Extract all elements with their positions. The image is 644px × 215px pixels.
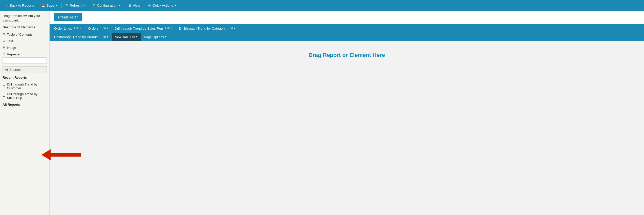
tab-drillthrough-sales-rep-label: Drillthrough Trend by Sales Rep [115, 27, 163, 30]
tab-drillthrough-category-edit-label: Edit [228, 27, 233, 30]
all-sources-label: All Sources [5, 68, 22, 72]
recent-1-icon [3, 84, 5, 89]
tab-drillthrough-product-edit-label: Edit [101, 35, 106, 39]
tab-bar-row2: Drillthrough Trend by Product Edit ▼ New… [52, 33, 642, 41]
content-area: Create Filter Order Lines Edit ▼ Orders … [50, 11, 644, 215]
sidebar-item-repeater[interactable]: Repeater [3, 51, 47, 57]
image-label: Image [7, 46, 16, 50]
page-options-button[interactable]: Page Options ▼ [141, 33, 169, 41]
repeater-icon [3, 52, 5, 56]
toolbar: Back to Reports Save ▼ Refresh ▼ Configu… [0, 0, 644, 11]
tab-drillthrough-sales-rep-edit-button[interactable]: Edit ▼ [164, 26, 174, 31]
tab-drillthrough-category-label: Drillthrough Trend by Category [179, 27, 226, 30]
quick-actions-caret-icon: ▼ [174, 4, 177, 7]
tab-drillthrough-sales-rep[interactable]: Drillthrough Trend by Sales Rep Edit ▼ [112, 24, 177, 33]
dashboard-elements-title: Dashboard Elements [3, 25, 47, 29]
save-label: Save [47, 4, 54, 7]
sidebar-item-text[interactable]: Text [3, 38, 47, 44]
tab-orders-label: Orders [88, 27, 98, 30]
tab-bar: Order Lines Edit ▼ Orders Edit ▼ Drillth… [50, 24, 644, 41]
page-options-label: Page Options [144, 35, 164, 39]
tab-drillthrough-product[interactable]: Drillthrough Trend by Product Edit ▼ [52, 33, 112, 41]
tab-order-lines-edit-caret: ▼ [80, 27, 82, 30]
tab-drillthrough-category[interactable]: Drillthrough Trend by Category Edit ▼ [177, 24, 239, 33]
refresh-caret-icon: ▼ [83, 4, 85, 7]
recent-2-icon [3, 94, 5, 98]
save-icon [41, 4, 45, 7]
quick-actions-label: Quick Actions [153, 4, 173, 7]
sidebar-item-image[interactable]: Image [3, 44, 47, 51]
drop-zone-text: Drag Report or Element Here [309, 52, 385, 58]
divider-4 [125, 3, 125, 8]
recent-reports-title: Recent Reports [3, 76, 47, 79]
configuration-label: Configuration [97, 4, 117, 7]
save-caret-icon: ▼ [55, 4, 58, 7]
tab-orders-edit-label: Edit [100, 27, 106, 30]
back-to-reports-button[interactable]: Back to Reports [2, 0, 37, 11]
tab-new-tab-edit-caret: ▼ [136, 36, 138, 38]
tab-drillthrough-category-edit-button[interactable]: Edit ▼ [227, 26, 237, 31]
recent-2-label: Drillthrough Trend by Sales Rep [7, 92, 46, 100]
tab-order-lines[interactable]: Order Lines Edit ▼ [52, 24, 85, 33]
refresh-label: Refresh [70, 4, 81, 7]
view-label: View [133, 4, 140, 7]
view-icon [128, 4, 132, 7]
configuration-caret-icon: ▼ [119, 4, 121, 7]
tab-order-lines-edit-label: Edit [74, 27, 79, 30]
create-filter-button[interactable]: Create Filter [54, 13, 82, 21]
sidebar-intro-text: Drag from below into your dashboard: [3, 14, 47, 23]
drop-zone: Drag Report or Element Here [50, 41, 644, 215]
divider-2 [61, 3, 62, 8]
page-options-caret-icon: ▼ [165, 36, 167, 38]
view-button[interactable]: View [125, 0, 143, 11]
tab-new-tab[interactable]: New Tab Edit ▼ [112, 33, 141, 41]
quick-actions-button[interactable]: Quick Actions ▼ [144, 0, 180, 11]
main-layout: Drag from below into your dashboard: Das… [0, 11, 644, 215]
text-label: Text [7, 39, 13, 43]
tab-new-tab-edit-button[interactable]: Edit ▼ [129, 35, 139, 39]
tab-drillthrough-sales-rep-edit-label: Edit [165, 27, 170, 30]
sidebar: Drag from below into your dashboard: Das… [0, 11, 50, 215]
create-filter-label: Create Filter [58, 15, 78, 19]
back-icon [5, 4, 9, 7]
search-input[interactable] [3, 57, 47, 64]
sidebar-item-recent-1[interactable]: Drillthrough Trend by Customer [3, 81, 47, 91]
sidebar-item-toc[interactable]: Table of Contents [3, 31, 47, 38]
configuration-button[interactable]: Configuration ▼ [90, 0, 124, 11]
toc-label: Table of Contents [7, 33, 32, 36]
content-header: Create Filter [50, 11, 644, 24]
tab-order-lines-label: Order Lines [54, 27, 72, 30]
image-icon [3, 45, 5, 50]
text-icon [3, 39, 5, 43]
tab-orders[interactable]: Orders Edit ▼ [85, 24, 112, 33]
tab-new-tab-label: New Tab [115, 35, 128, 39]
configuration-icon [93, 4, 96, 7]
all-sources-button[interactable]: All Sources [3, 66, 47, 73]
back-label: Back to Reports [10, 4, 34, 7]
tab-order-lines-edit-button[interactable]: Edit ▼ [73, 26, 83, 31]
repeater-label: Repeater [7, 52, 20, 56]
tab-drillthrough-product-edit-caret: ▼ [106, 36, 109, 38]
tab-new-tab-edit-label: Edit [130, 35, 135, 39]
recent-1-label: Drillthrough Trend by Customer [7, 82, 46, 90]
divider-5 [144, 3, 144, 8]
divider-3 [89, 3, 89, 8]
save-button[interactable]: Save ▼ [38, 0, 61, 11]
tab-orders-edit-caret: ▼ [106, 27, 109, 30]
all-reports-title: All Reports [3, 103, 47, 106]
tab-drillthrough-sales-rep-edit-caret: ▼ [171, 27, 173, 30]
tab-drillthrough-product-edit-button[interactable]: Edit ▼ [100, 35, 110, 39]
divider-1 [38, 3, 38, 8]
refresh-icon [65, 3, 68, 7]
tab-orders-edit-button[interactable]: Edit ▼ [99, 26, 110, 31]
toc-icon [3, 32, 5, 37]
refresh-button[interactable]: Refresh ▼ [62, 0, 88, 11]
sidebar-item-recent-2[interactable]: Drillthrough Trend by Sales Rep [3, 91, 47, 101]
tab-drillthrough-category-edit-caret: ▼ [233, 27, 236, 30]
quick-actions-icon [147, 4, 151, 7]
tab-drillthrough-product-label: Drillthrough Trend by Product [54, 35, 99, 39]
